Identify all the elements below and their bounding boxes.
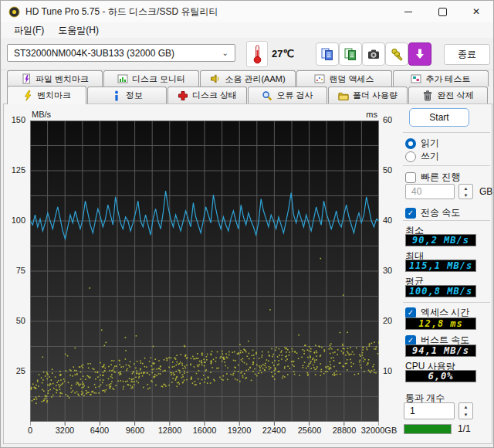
- keys-icon: [390, 47, 404, 61]
- progress-bar: [404, 424, 452, 434]
- radio-selected-icon: [405, 138, 416, 149]
- quick-scan-size-stepper: 40 ▲ ▼: [405, 184, 473, 199]
- y-right-tick: 20: [383, 316, 392, 325]
- error-scan-icon: [262, 90, 272, 101]
- extra-tests-icon: [411, 73, 421, 84]
- camera-icon: [367, 47, 381, 61]
- stepper-down-button[interactable]: ▼: [459, 192, 472, 199]
- app-icon: [8, 6, 20, 18]
- tab-label: 오류 검사: [276, 90, 313, 101]
- tab-label: 디스크 상태: [192, 90, 237, 101]
- maximize-button[interactable]: [425, 1, 459, 22]
- title-bar: HD Tune Pro 5.75 - 하드 디스크/SSD 유틸리티 ✕: [1, 1, 493, 22]
- stepper-arrows: ▲ ▼: [458, 184, 473, 199]
- app-window: HD Tune Pro 5.75 - 하드 디스크/SSD 유틸리티 ✕ 파일(…: [0, 0, 494, 448]
- tab-label: 벤치마크: [37, 90, 71, 101]
- info-icon: [111, 90, 122, 101]
- transfer-rate-checkbox[interactable]: ✓ 전송 속도: [405, 206, 460, 219]
- start-button[interactable]: Start: [409, 108, 469, 127]
- y-left-tick: 50: [4, 316, 25, 325]
- read-radio-label: 읽기: [421, 137, 439, 150]
- tab-aam[interactable]: 소음 관리(AAM): [200, 70, 296, 87]
- tab-label: 파일 벤치마크: [36, 73, 89, 85]
- tab-label: 랜덤 액세스: [329, 73, 374, 85]
- max-value-display: 115,1 MB/s: [405, 260, 476, 272]
- separator: [403, 165, 490, 166]
- y-left-tick: 150: [4, 115, 25, 124]
- y-left-tick: 125: [4, 165, 25, 175]
- tab-label: 정보: [126, 90, 143, 101]
- close-button[interactable]: ✕: [459, 1, 493, 22]
- update-button[interactable]: [408, 42, 431, 66]
- pass-count-value[interactable]: 1: [404, 402, 455, 419]
- temperature-value: 27℃: [272, 48, 294, 59]
- y-right-tick: 40: [383, 216, 392, 225]
- menu-file[interactable]: 파일(F): [7, 22, 51, 39]
- tab-health[interactable]: 디스크 상태: [167, 87, 247, 104]
- temperature-button[interactable]: [246, 41, 268, 67]
- stepper-up-button[interactable]: ▲: [459, 185, 472, 192]
- tab-label: 소음 관리(AAM): [225, 73, 285, 85]
- x-axis-tick: 32000GB: [356, 426, 402, 435]
- tab-label: 디스크 모니터: [132, 73, 185, 85]
- tab-label: 폴더 사용량: [353, 90, 398, 101]
- stepper-up-button[interactable]: ▲: [459, 403, 472, 411]
- tab-file-benchmark[interactable]: 파일 벤치마크: [7, 70, 103, 87]
- separator: [403, 220, 490, 221]
- registration-button[interactable]: [385, 42, 408, 66]
- copy-to-clipboard-button[interactable]: [316, 42, 339, 66]
- quick-scan-size-value[interactable]: 40: [405, 184, 455, 199]
- read-radio[interactable]: 읽기: [405, 137, 439, 150]
- access-time-display: 12,8 ms: [405, 317, 476, 330]
- avg-value-display: 100,8 MB/s: [405, 285, 476, 297]
- quick-scan-unit-label: GB: [479, 186, 492, 197]
- tab-error-scan[interactable]: 오류 검사: [248, 87, 327, 104]
- tab-secure-erase[interactable]: 완전 삭제: [408, 87, 488, 104]
- health-icon: [178, 90, 188, 101]
- checkbox-checked-icon: ✓: [405, 208, 416, 219]
- y-right-tick: 30: [383, 266, 392, 275]
- maximize-icon: [438, 8, 447, 16]
- checkbox-checked-icon: ✓: [405, 307, 416, 318]
- tab-folder-usage[interactable]: 폴더 사용량: [328, 87, 408, 104]
- y-left-axis-unit: MB/s: [32, 110, 51, 119]
- progress-fill: [404, 425, 451, 433]
- burst-rate-display: 94,1 MB/s: [405, 344, 476, 357]
- tab-info[interactable]: 정보: [87, 87, 167, 104]
- benchmark-chart: [30, 120, 379, 426]
- min-value-display: 90,2 MB/s: [405, 234, 476, 246]
- minimize-button[interactable]: [391, 1, 425, 22]
- write-radio-label: 쓰기: [421, 150, 439, 163]
- window-title: HD Tune Pro 5.75 - 하드 디스크/SSD 유틸리티: [25, 5, 218, 19]
- y-left-tick: 100: [4, 216, 25, 225]
- minimize-icon: [404, 12, 412, 12]
- y-right-tick: 60: [383, 115, 392, 124]
- tab-random-access[interactable]: 랜덤 액세스: [296, 70, 392, 87]
- benchmark-icon: [22, 90, 33, 101]
- random-access-icon: [314, 73, 325, 84]
- stepper-down-button[interactable]: ▼: [459, 411, 472, 419]
- y-left-tick: 75: [4, 266, 25, 275]
- tab-extra-tests[interactable]: 추가 테스트: [393, 70, 489, 87]
- secure-erase-icon: [422, 90, 433, 101]
- aam-icon: [210, 73, 221, 84]
- y-right-tick: 50: [383, 165, 392, 175]
- transfer-rate-label: 전송 속도: [421, 206, 460, 219]
- copy-pages-green-icon: [343, 47, 357, 61]
- exit-button[interactable]: 종료: [444, 44, 490, 65]
- drive-selector[interactable]: ST32000NM004K-3UB133 (32000 GB) ⌄: [7, 44, 235, 62]
- tab-benchmark[interactable]: 벤치마크: [7, 86, 86, 104]
- y-right-tick: 10: [383, 366, 392, 375]
- write-radio[interactable]: 쓰기: [405, 150, 439, 163]
- menu-help[interactable]: 도움말(H): [51, 22, 106, 39]
- toolbar: ST32000NM004K-3UB133 (32000 GB) ⌄ 27℃: [1, 38, 493, 70]
- copy-to-file-button[interactable]: [339, 42, 362, 66]
- update-download-icon: [413, 47, 427, 61]
- progress-label: 1/1: [458, 423, 471, 434]
- screenshot-button[interactable]: [362, 42, 385, 66]
- drive-selector-value: ST32000NM004K-3UB133 (32000 GB): [14, 48, 174, 59]
- quick-scan-checkbox[interactable]: 빠른 진행: [405, 171, 460, 184]
- tab-disk-monitor[interactable]: 디스크 모니터: [103, 70, 199, 87]
- copy-pages-blue-icon: [320, 47, 334, 61]
- cpu-usage-display: 6,0%: [405, 370, 476, 382]
